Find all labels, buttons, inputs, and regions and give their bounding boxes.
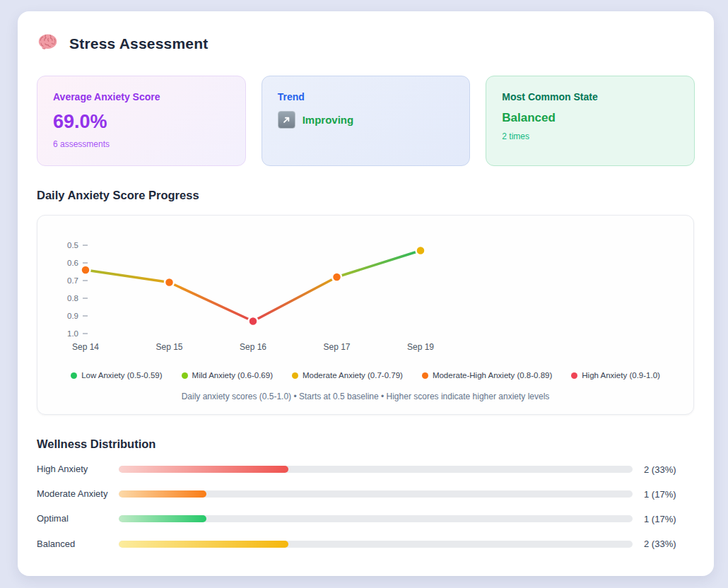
distribution-row: Moderate Anxiety1 (17%) — [37, 488, 695, 500]
x-axis-label: Sep 19 — [407, 342, 434, 352]
legend-dot-icon — [182, 372, 188, 379]
distribution-row: High Anxiety2 (33%) — [37, 463, 695, 476]
anxiety-chart-card: 0.50.60.70.80.91.0Sep 14Sep 15Sep 16Sep … — [37, 215, 694, 415]
legend-dot-icon — [422, 372, 428, 379]
bar-track — [119, 541, 633, 548]
row-label: High Anxiety — [37, 463, 119, 476]
bar-fill — [119, 466, 288, 473]
stat-subtext: 6 assessments — [53, 139, 230, 149]
bar-fill — [119, 541, 288, 548]
header: Stress Assessment — [37, 33, 695, 54]
anxiety-line-chart: 0.50.60.70.80.91.0Sep 14Sep 15Sep 16Sep … — [37, 217, 695, 358]
y-tick-label: 0.9 — [67, 312, 78, 320]
legend-label: Moderate-High Anxiety (0.8-0.89) — [433, 371, 552, 380]
average-anxiety-score-card: Average Anxiety Score 69.0% 6 assessment… — [37, 76, 246, 166]
distribution-section-title: Wellness Distribution — [37, 437, 695, 451]
page-title: Stress Assessment — [69, 35, 208, 52]
chart-legend: Low Anxiety (0.5-0.59)Mild Anxiety (0.6-… — [37, 371, 693, 380]
data-point — [416, 246, 425, 255]
line-segment — [170, 283, 254, 322]
row-value: 2 (33%) — [633, 539, 695, 549]
legend-dot-icon — [571, 372, 577, 379]
wellness-distribution: High Anxiety2 (33%)Moderate Anxiety1 (17… — [37, 463, 695, 551]
stat-subtext: 2 times — [502, 131, 679, 141]
x-axis-label: Sep 16 — [240, 342, 266, 352]
brain-icon — [37, 33, 59, 54]
chart-caption: Daily anxiety scores (0.5-1.0) • Starts … — [37, 392, 693, 401]
data-point — [249, 317, 258, 326]
legend-label: High Anxiety (0.9-1.0) — [582, 371, 660, 380]
legend-dot-icon — [71, 372, 77, 379]
bar-fill — [119, 515, 206, 522]
most-common-state-card: Most Common State Balanced 2 times — [486, 76, 695, 166]
bar-fill — [119, 490, 206, 498]
legend-item: High Anxiety (0.9-1.0) — [571, 371, 660, 380]
trend-card: Trend Improving — [262, 76, 471, 166]
stat-value: Balanced — [502, 111, 679, 125]
legend-label: Low Anxiety (0.5-0.59) — [81, 371, 162, 380]
line-segment — [86, 270, 170, 283]
legend-item: Moderate Anxiety (0.7-0.79) — [292, 371, 403, 380]
y-tick-label: 0.6 — [67, 259, 78, 267]
stress-assessment-panel: Stress Assessment Average Anxiety Score … — [18, 11, 714, 576]
y-tick-label: 0.8 — [67, 294, 78, 302]
data-point — [81, 266, 90, 275]
row-value: 2 (33%) — [633, 464, 695, 475]
legend-item: Low Anxiety (0.5-0.59) — [71, 371, 162, 380]
bar-track — [119, 515, 633, 522]
row-label: Balanced — [37, 538, 119, 551]
row-value: 1 (17%) — [633, 489, 695, 500]
stat-value: 69.0% — [53, 111, 230, 133]
legend-label: Moderate Anxiety (0.7-0.79) — [303, 371, 403, 380]
stat-value: Improving — [303, 114, 354, 126]
legend-item: Moderate-High Anxiety (0.8-0.89) — [422, 371, 552, 380]
row-label: Moderate Anxiety — [37, 488, 119, 500]
row-label: Optimal — [37, 512, 119, 525]
line-segment — [337, 251, 421, 278]
data-point — [165, 278, 174, 287]
bar-track — [119, 490, 633, 498]
legend-label: Mild Anxiety (0.6-0.69) — [192, 371, 273, 380]
x-axis-label: Sep 14 — [72, 342, 99, 352]
y-tick-label: 0.5 — [67, 241, 78, 249]
legend-item: Mild Anxiety (0.6-0.69) — [182, 371, 273, 380]
data-point — [332, 273, 341, 282]
x-axis-label: Sep 17 — [323, 342, 350, 352]
y-tick-label: 0.7 — [67, 276, 78, 285]
chart-section-title: Daily Anxiety Score Progress — [37, 189, 695, 202]
stat-cards-row: Average Anxiety Score 69.0% 6 assessment… — [37, 76, 695, 166]
stat-label: Average Anxiety Score — [53, 91, 230, 102]
x-axis-label: Sep 15 — [155, 342, 182, 352]
stat-label: Trend — [278, 91, 454, 102]
legend-dot-icon — [292, 372, 298, 379]
stat-label: Most Common State — [502, 91, 679, 102]
bar-track — [119, 466, 633, 473]
trend-up-arrow-icon — [278, 111, 295, 129]
y-tick-label: 1.0 — [67, 329, 78, 338]
line-segment — [253, 277, 337, 322]
distribution-row: Balanced2 (33%) — [37, 538, 695, 551]
distribution-row: Optimal1 (17%) — [37, 512, 695, 525]
row-value: 1 (17%) — [633, 514, 695, 524]
